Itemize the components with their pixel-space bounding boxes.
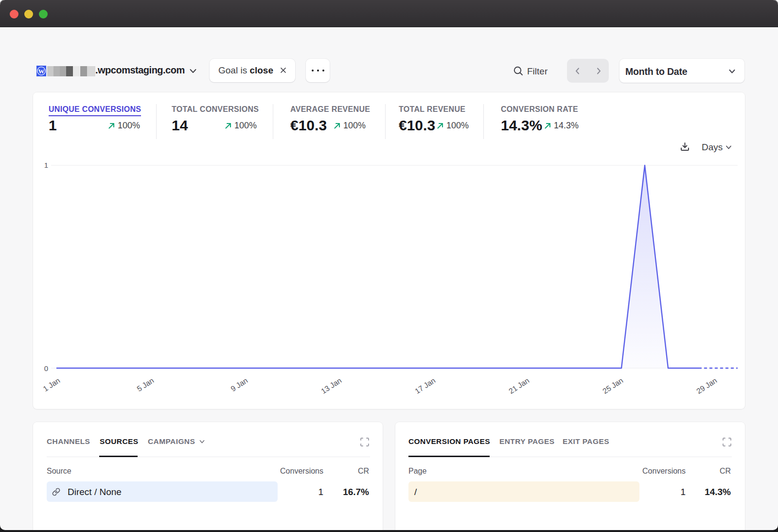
svg-text:1: 1 (44, 161, 48, 169)
svg-text:0: 0 (44, 364, 48, 372)
svg-text:W: W (38, 68, 45, 75)
